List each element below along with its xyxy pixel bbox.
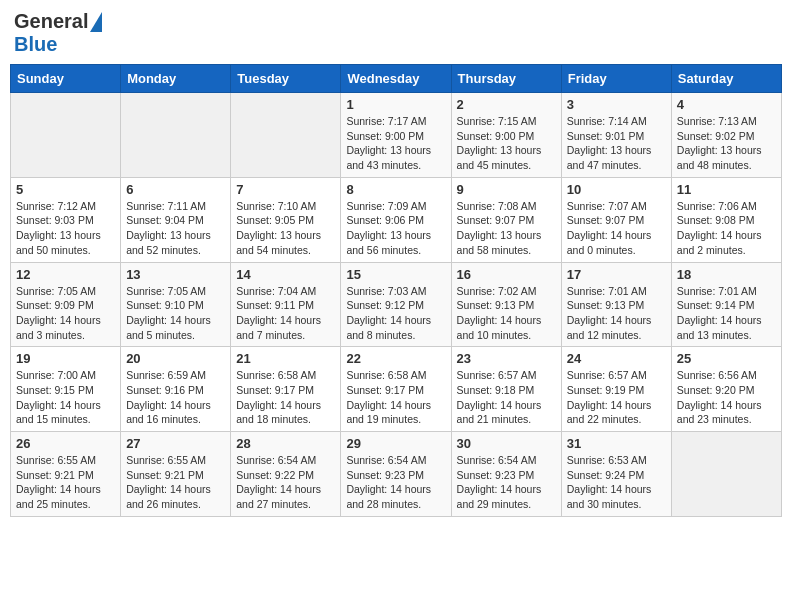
calendar-cell: 6Sunrise: 7:11 AMSunset: 9:04 PMDaylight… (121, 177, 231, 262)
calendar-cell: 31Sunrise: 6:53 AMSunset: 9:24 PMDayligh… (561, 432, 671, 517)
day-info: Sunrise: 6:53 AMSunset: 9:24 PMDaylight:… (567, 453, 666, 512)
day-info: Sunrise: 7:17 AMSunset: 9:00 PMDaylight:… (346, 114, 445, 173)
calendar-cell: 28Sunrise: 6:54 AMSunset: 9:22 PMDayligh… (231, 432, 341, 517)
calendar-cell: 18Sunrise: 7:01 AMSunset: 9:14 PMDayligh… (671, 262, 781, 347)
calendar-cell: 8Sunrise: 7:09 AMSunset: 9:06 PMDaylight… (341, 177, 451, 262)
calendar-table: SundayMondayTuesdayWednesdayThursdayFrid… (10, 64, 782, 517)
day-number: 17 (567, 267, 666, 282)
day-info: Sunrise: 7:05 AMSunset: 9:10 PMDaylight:… (126, 284, 225, 343)
day-number: 11 (677, 182, 776, 197)
calendar-cell: 27Sunrise: 6:55 AMSunset: 9:21 PMDayligh… (121, 432, 231, 517)
day-number: 5 (16, 182, 115, 197)
day-info: Sunrise: 6:56 AMSunset: 9:20 PMDaylight:… (677, 368, 776, 427)
day-info: Sunrise: 6:58 AMSunset: 9:17 PMDaylight:… (346, 368, 445, 427)
day-number: 31 (567, 436, 666, 451)
weekday-header-thursday: Thursday (451, 65, 561, 93)
calendar-cell: 26Sunrise: 6:55 AMSunset: 9:21 PMDayligh… (11, 432, 121, 517)
day-number: 23 (457, 351, 556, 366)
calendar-cell: 21Sunrise: 6:58 AMSunset: 9:17 PMDayligh… (231, 347, 341, 432)
calendar-cell (671, 432, 781, 517)
day-info: Sunrise: 7:01 AMSunset: 9:14 PMDaylight:… (677, 284, 776, 343)
day-number: 22 (346, 351, 445, 366)
calendar-cell: 12Sunrise: 7:05 AMSunset: 9:09 PMDayligh… (11, 262, 121, 347)
day-number: 2 (457, 97, 556, 112)
calendar-cell: 13Sunrise: 7:05 AMSunset: 9:10 PMDayligh… (121, 262, 231, 347)
calendar-cell: 23Sunrise: 6:57 AMSunset: 9:18 PMDayligh… (451, 347, 561, 432)
calendar-cell: 4Sunrise: 7:13 AMSunset: 9:02 PMDaylight… (671, 93, 781, 178)
day-number: 7 (236, 182, 335, 197)
day-number: 16 (457, 267, 556, 282)
weekday-header-tuesday: Tuesday (231, 65, 341, 93)
day-info: Sunrise: 7:15 AMSunset: 9:00 PMDaylight:… (457, 114, 556, 173)
day-info: Sunrise: 7:05 AMSunset: 9:09 PMDaylight:… (16, 284, 115, 343)
day-number: 12 (16, 267, 115, 282)
weekday-header-wednesday: Wednesday (341, 65, 451, 93)
logo-blue-text: Blue (14, 33, 57, 56)
day-number: 3 (567, 97, 666, 112)
weekday-header-saturday: Saturday (671, 65, 781, 93)
day-number: 6 (126, 182, 225, 197)
day-number: 10 (567, 182, 666, 197)
week-row-5: 26Sunrise: 6:55 AMSunset: 9:21 PMDayligh… (11, 432, 782, 517)
day-info: Sunrise: 7:14 AMSunset: 9:01 PMDaylight:… (567, 114, 666, 173)
day-number: 15 (346, 267, 445, 282)
weekday-header-friday: Friday (561, 65, 671, 93)
day-number: 25 (677, 351, 776, 366)
day-info: Sunrise: 7:10 AMSunset: 9:05 PMDaylight:… (236, 199, 335, 258)
day-info: Sunrise: 6:55 AMSunset: 9:21 PMDaylight:… (126, 453, 225, 512)
calendar-cell: 24Sunrise: 6:57 AMSunset: 9:19 PMDayligh… (561, 347, 671, 432)
day-info: Sunrise: 7:07 AMSunset: 9:07 PMDaylight:… (567, 199, 666, 258)
day-info: Sunrise: 7:01 AMSunset: 9:13 PMDaylight:… (567, 284, 666, 343)
day-info: Sunrise: 6:59 AMSunset: 9:16 PMDaylight:… (126, 368, 225, 427)
calendar-cell: 5Sunrise: 7:12 AMSunset: 9:03 PMDaylight… (11, 177, 121, 262)
calendar-cell: 22Sunrise: 6:58 AMSunset: 9:17 PMDayligh… (341, 347, 451, 432)
day-number: 29 (346, 436, 445, 451)
week-row-4: 19Sunrise: 7:00 AMSunset: 9:15 PMDayligh… (11, 347, 782, 432)
day-number: 19 (16, 351, 115, 366)
weekday-header-monday: Monday (121, 65, 231, 93)
day-number: 20 (126, 351, 225, 366)
day-number: 30 (457, 436, 556, 451)
day-info: Sunrise: 7:00 AMSunset: 9:15 PMDaylight:… (16, 368, 115, 427)
calendar-cell (121, 93, 231, 178)
calendar-cell: 11Sunrise: 7:06 AMSunset: 9:08 PMDayligh… (671, 177, 781, 262)
calendar-cell: 9Sunrise: 7:08 AMSunset: 9:07 PMDaylight… (451, 177, 561, 262)
calendar-cell: 14Sunrise: 7:04 AMSunset: 9:11 PMDayligh… (231, 262, 341, 347)
calendar-cell: 29Sunrise: 6:54 AMSunset: 9:23 PMDayligh… (341, 432, 451, 517)
calendar-cell: 15Sunrise: 7:03 AMSunset: 9:12 PMDayligh… (341, 262, 451, 347)
day-number: 14 (236, 267, 335, 282)
day-info: Sunrise: 7:04 AMSunset: 9:11 PMDaylight:… (236, 284, 335, 343)
weekday-header-row: SundayMondayTuesdayWednesdayThursdayFrid… (11, 65, 782, 93)
calendar-cell: 16Sunrise: 7:02 AMSunset: 9:13 PMDayligh… (451, 262, 561, 347)
page-header: General Blue (10, 10, 782, 56)
week-row-2: 5Sunrise: 7:12 AMSunset: 9:03 PMDaylight… (11, 177, 782, 262)
logo-general-text: General (14, 10, 88, 33)
day-number: 13 (126, 267, 225, 282)
day-info: Sunrise: 7:06 AMSunset: 9:08 PMDaylight:… (677, 199, 776, 258)
calendar-cell: 20Sunrise: 6:59 AMSunset: 9:16 PMDayligh… (121, 347, 231, 432)
day-info: Sunrise: 7:09 AMSunset: 9:06 PMDaylight:… (346, 199, 445, 258)
day-info: Sunrise: 6:54 AMSunset: 9:23 PMDaylight:… (457, 453, 556, 512)
calendar-cell: 10Sunrise: 7:07 AMSunset: 9:07 PMDayligh… (561, 177, 671, 262)
calendar-cell (231, 93, 341, 178)
day-number: 18 (677, 267, 776, 282)
day-number: 9 (457, 182, 556, 197)
day-number: 1 (346, 97, 445, 112)
day-info: Sunrise: 7:11 AMSunset: 9:04 PMDaylight:… (126, 199, 225, 258)
calendar-cell: 30Sunrise: 6:54 AMSunset: 9:23 PMDayligh… (451, 432, 561, 517)
weekday-header-sunday: Sunday (11, 65, 121, 93)
day-info: Sunrise: 7:08 AMSunset: 9:07 PMDaylight:… (457, 199, 556, 258)
calendar-cell: 17Sunrise: 7:01 AMSunset: 9:13 PMDayligh… (561, 262, 671, 347)
day-info: Sunrise: 6:58 AMSunset: 9:17 PMDaylight:… (236, 368, 335, 427)
day-number: 21 (236, 351, 335, 366)
day-info: Sunrise: 6:57 AMSunset: 9:19 PMDaylight:… (567, 368, 666, 427)
calendar-cell: 19Sunrise: 7:00 AMSunset: 9:15 PMDayligh… (11, 347, 121, 432)
day-info: Sunrise: 7:12 AMSunset: 9:03 PMDaylight:… (16, 199, 115, 258)
day-info: Sunrise: 6:55 AMSunset: 9:21 PMDaylight:… (16, 453, 115, 512)
day-number: 28 (236, 436, 335, 451)
day-info: Sunrise: 6:54 AMSunset: 9:23 PMDaylight:… (346, 453, 445, 512)
calendar-cell (11, 93, 121, 178)
calendar-cell: 2Sunrise: 7:15 AMSunset: 9:00 PMDaylight… (451, 93, 561, 178)
calendar-cell: 25Sunrise: 6:56 AMSunset: 9:20 PMDayligh… (671, 347, 781, 432)
calendar-cell: 3Sunrise: 7:14 AMSunset: 9:01 PMDaylight… (561, 93, 671, 178)
